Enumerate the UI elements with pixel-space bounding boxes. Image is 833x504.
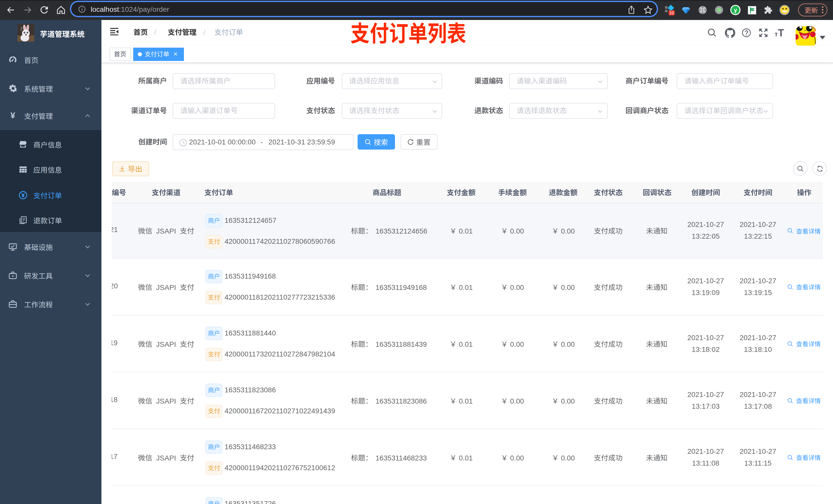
svg-text:y: y [734,7,737,13]
svg-text:10: 10 [669,10,674,15]
